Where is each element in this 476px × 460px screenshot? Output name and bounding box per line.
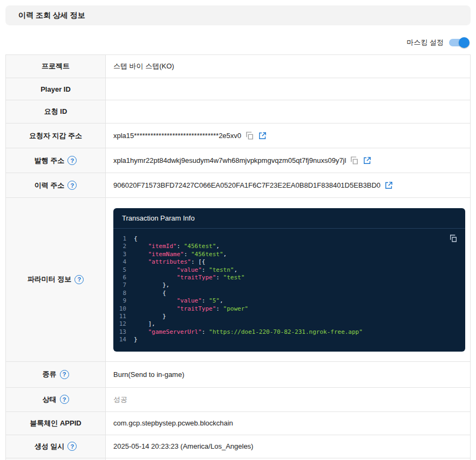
detail-table: 프로젝트스텝 바이 스텝(KO)Player ID요청 ID요청자 지갑 주소x… — [5, 54, 471, 460]
table-row: 종류?Burn(Send to in-game) — [6, 362, 470, 388]
code-text: ], — [134, 320, 155, 328]
code-line: 13 "gameServerUrl": "https://doe1-220-70… — [118, 328, 457, 336]
row-value-text: com.gcp.stepbystep.pcweb.blockchain — [113, 419, 233, 427]
code-line: 14} — [118, 336, 457, 344]
table-row: 요청자 지갑 주소xpla15*************************… — [6, 123, 470, 148]
help-icon[interactable]: ? — [60, 370, 69, 379]
row-label-text: 이력 주소 — [35, 181, 65, 190]
line-number: 13 — [118, 328, 134, 336]
code-line: 10 "traitType": "power" — [118, 305, 457, 313]
code-line: 1{ — [118, 235, 457, 243]
code-text: } — [134, 336, 138, 344]
toggle-knob — [459, 37, 470, 48]
code-line: 9 "value": "5", — [118, 297, 457, 305]
row-value: xpla15*******************************2e5… — [106, 123, 470, 148]
line-number: 6 — [118, 274, 134, 282]
line-number: 5 — [118, 266, 134, 274]
code-line: 7 }, — [118, 282, 457, 289]
table-row: 생성 일시?2025-05-14 20:23:23 (America/Los_A… — [6, 435, 470, 458]
code-text: { — [134, 235, 138, 243]
row-label-text: 파라미터 정보 — [28, 274, 72, 284]
copy-icon[interactable] — [244, 131, 254, 141]
row-value-text: xpla15*******************************2e5… — [113, 132, 241, 140]
help-icon[interactable]: ? — [67, 181, 77, 190]
row-label: 요청 ID — [6, 100, 106, 123]
code-line: 2 "itemId": "456test", — [118, 243, 457, 250]
line-number: 12 — [118, 320, 134, 328]
row-label: 발행 주소? — [6, 148, 106, 173]
code-copy-icon[interactable] — [449, 234, 458, 244]
code-text: } — [134, 313, 166, 320]
external-link-icon[interactable] — [384, 181, 393, 190]
masking-toggle[interactable] — [449, 39, 467, 46]
row-label: 종류? — [6, 362, 106, 387]
history-detail-page: 이력 조회 상세 정보 마스킹 설정 프로젝트스텝 바이 스텝(KO)Playe… — [0, 0, 476, 460]
row-value-text: 성공 — [113, 395, 127, 404]
code-block-body: 1{2 "itemId": "456test",3 "itemName": "4… — [113, 229, 465, 352]
row-value: 성공 — [106, 388, 470, 411]
code-line: 5 "value": "testn", — [118, 266, 457, 274]
row-value-text: Burn(Send to in-game) — [113, 370, 185, 379]
code-text: "value": "testn", — [134, 266, 237, 274]
line-number: 2 — [118, 243, 134, 250]
table-row: 상태?성공 — [6, 388, 470, 412]
table-row: Player ID — [6, 78, 470, 100]
external-link-icon[interactable] — [362, 156, 372, 166]
code-line: 11 } — [118, 313, 457, 320]
row-label: 생성 일시? — [6, 435, 106, 458]
row-value — [106, 100, 470, 123]
copy-icon[interactable] — [349, 156, 359, 166]
code-line: 4 "attributes": [{ — [118, 258, 457, 266]
code-text: "attributes": [{ — [134, 258, 205, 266]
row-value: Burn(Send to in-game) — [106, 362, 470, 387]
row-value: xpla1hymr22pt84dwkj9esudym4w7wh68mjvpkpm… — [106, 148, 470, 173]
table-row: 발행 주소?xpla1hymr22pt84dwkj9esudym4w7wh68m… — [6, 148, 470, 173]
transaction-param-info-block: Transaction Param Info1{2 "itemId": "456… — [113, 208, 465, 352]
row-label: 파라미터 정보? — [6, 198, 106, 361]
help-icon[interactable]: ? — [60, 395, 69, 404]
external-link-icon[interactable] — [257, 131, 267, 141]
table-row: 요청 ID — [6, 100, 470, 123]
row-label-text: 종류 — [43, 369, 57, 379]
page-header: 이력 조회 상세 정보 — [5, 5, 471, 25]
code-text: "itemName": "456test", — [134, 251, 227, 258]
code-block-title: Transaction Param Info — [113, 208, 465, 229]
row-label: 블록체인 APPID — [6, 412, 106, 435]
row-label: Player ID — [6, 78, 106, 100]
line-number: 3 — [118, 251, 134, 258]
row-value: 906020F71573BFD72427C066EA0520FA1F6C7F23… — [106, 173, 470, 197]
table-row: 이력 주소?906020F71573BFD72427C066EA0520FA1F… — [6, 173, 470, 198]
code-line: 12 ], — [118, 320, 457, 328]
row-value: 스텝 바이 스텝(KO) — [106, 55, 470, 78]
code-line: 8 { — [118, 290, 457, 297]
line-number: 10 — [118, 305, 134, 313]
code-text: "traitType": "power" — [134, 305, 248, 313]
line-number: 7 — [118, 282, 134, 289]
row-value-text: xpla1hymr22pt84dwkj9esudym4w7wh68mjvpkpm… — [113, 156, 346, 164]
table-row: 블록체인 APPIDcom.gcp.stepbystep.pcweb.block… — [6, 412, 470, 435]
table-row: 프로젝트스텝 바이 스텝(KO) — [6, 55, 470, 78]
row-label: 프로젝트 — [6, 55, 106, 78]
row-value: Transaction Param Info1{2 "itemId": "456… — [106, 198, 470, 361]
line-number: 14 — [118, 336, 134, 344]
row-value-text: 스텝 바이 스텝(KO) — [113, 61, 174, 71]
masking-setting-row: 마스킹 설정 — [5, 36, 470, 49]
code-text: { — [134, 290, 166, 297]
page-title: 이력 조회 상세 정보 — [18, 11, 85, 20]
row-label-text: 발행 주소 — [35, 156, 65, 166]
help-icon[interactable]: ? — [67, 156, 77, 165]
help-icon[interactable]: ? — [67, 442, 77, 451]
help-icon[interactable]: ? — [74, 275, 84, 284]
code-text: "traitType": "test" — [134, 274, 244, 282]
row-value-text: 2025-05-14 20:23:23 (America/Los_Angeles… — [113, 442, 253, 450]
line-number: 8 — [118, 290, 134, 297]
code-line: 3 "itemName": "456test", — [118, 251, 457, 258]
row-label-text: 상태 — [43, 395, 57, 404]
row-value-text: 906020F71573BFD72427C066EA0520FA1F6C7F23… — [113, 181, 380, 189]
table-row: 파라미터 정보?Transaction Param Info1{2 "itemI… — [6, 198, 470, 362]
row-label-text: 프로젝트 — [42, 61, 70, 71]
code-wrap: Transaction Param Info1{2 "itemId": "456… — [113, 201, 465, 358]
row-value: 2025-05-14 20:23:23 (America/Los_Angeles… — [106, 435, 470, 458]
code-text: "itemId": "456test", — [134, 243, 220, 250]
line-number: 4 — [118, 258, 134, 266]
